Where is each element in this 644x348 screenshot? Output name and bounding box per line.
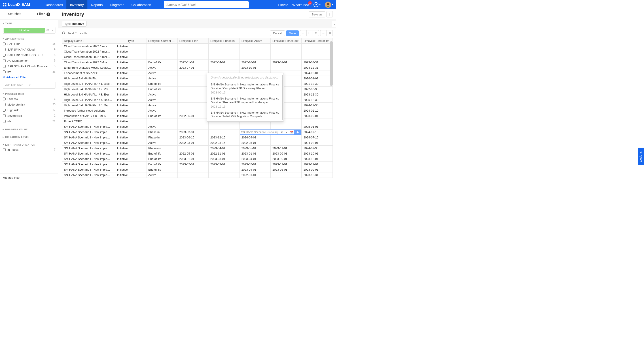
- table-cell[interactable]: [270, 44, 302, 49]
- table-cell[interactable]: High Level S/4 HANA Plan / 4. Rea…: [62, 97, 115, 103]
- cell-editor[interactable]: ✕▾📅◆: [240, 130, 302, 135]
- save-as-button[interactable]: Save as: [309, 12, 325, 18]
- table-row[interactable]: Introduce further cloud solutionsInitiat…: [62, 108, 333, 114]
- table-cell[interactable]: Einführung Digitales Messe-Logist…: [62, 65, 115, 70]
- list-view-button[interactable]: ☰: [320, 30, 326, 36]
- table-cell[interactable]: [240, 49, 270, 54]
- table-cell[interactable]: S/4 HANA Scenario I - New imple…: [62, 172, 115, 178]
- table-cell[interactable]: [208, 49, 240, 54]
- table-row[interactable]: S/4 HANA Scenario I - New imple…Initiati…: [62, 156, 333, 162]
- milestone-button[interactable]: ◆: [294, 130, 301, 134]
- table-row[interactable]: Introduction of SAP SD in EMEAInitiative…: [62, 114, 333, 119]
- clear-button[interactable]: ✕: [279, 130, 284, 134]
- dropdown-toggle[interactable]: ▾: [284, 130, 289, 134]
- type-chip-initiative[interactable]: Initiative: [4, 28, 45, 33]
- table-cell[interactable]: 2023-10-01: [302, 151, 333, 156]
- global-search-input[interactable]: [166, 3, 246, 6]
- advanced-filter-link[interactable]: Advanced Filter: [3, 75, 56, 80]
- table-cell[interactable]: 2023-10-01: [270, 156, 302, 162]
- table-cell[interactable]: Initiative: [115, 156, 146, 162]
- filter-section-erp[interactable]: ▾ERP TRANSFORMATION: [3, 142, 56, 147]
- table-row[interactable]: Project CDPQInitiative: [62, 119, 333, 124]
- table-cell[interactable]: [146, 119, 178, 124]
- table-cell[interactable]: 2023-12-01: [302, 156, 333, 162]
- table-row[interactable]: High Level S/4 HANA Plan / 4. Rea…Initia…: [62, 97, 333, 103]
- table-cell[interactable]: 2024-02-10: [302, 108, 333, 114]
- risk-filter-item[interactable]: High risk17: [3, 107, 56, 113]
- table-cell[interactable]: [270, 54, 302, 60]
- table-cell[interactable]: [240, 54, 270, 60]
- table-cell[interactable]: 2024-09-30: [302, 146, 333, 151]
- risk-filter-item[interactable]: Moderate risk20: [3, 102, 56, 107]
- table-cell[interactable]: 2022-06-30: [302, 86, 333, 92]
- table-cell[interactable]: 2023-03-01: [208, 156, 240, 162]
- table-cell[interactable]: 2023-08-01: [270, 167, 302, 172]
- table-cell[interactable]: Active: [146, 70, 178, 76]
- table-cell[interactable]: Initiative: [115, 103, 146, 108]
- table-cell[interactable]: 2023-09-01: [302, 167, 333, 172]
- table-cell[interactable]: High Level S/4 HANA Plan / 3. Expl…: [62, 92, 115, 97]
- brand-logo[interactable]: LeanIX EAM: [3, 2, 30, 7]
- table-row[interactable]: High Level S/4 HANA Plan / 3. Expl…Initi…: [62, 92, 333, 97]
- table-cell[interactable]: 2023-04-01: [240, 156, 270, 162]
- application-filter-item[interactable]: SAP ERP / SAP FICO SEU5: [3, 52, 56, 58]
- nav-item-diagrams[interactable]: Diagrams: [106, 0, 128, 10]
- table-cell[interactable]: Cloud Transformation 2022 / Mov…: [62, 60, 115, 65]
- table-cell[interactable]: 2023-10-01: [240, 65, 270, 70]
- table-cell[interactable]: 2025-01-01: [302, 124, 333, 130]
- table-cell[interactable]: High Level S/4 HANA Plan / 5. Dep…: [62, 103, 115, 108]
- table-cell[interactable]: Cloud Transformation 2022 / Impr…: [62, 49, 115, 54]
- checkbox[interactable]: [3, 109, 6, 112]
- table-cell[interactable]: [240, 124, 270, 130]
- application-filter-item[interactable]: AC Management5: [3, 58, 56, 64]
- table-cell[interactable]: Initiative: [115, 49, 146, 54]
- table-cell[interactable]: S/4 HANA Scenario I - New imple…: [62, 130, 115, 135]
- table-cell[interactable]: S/4 HANA Scenario I - New imple…: [62, 162, 115, 167]
- inventory-table-wrap[interactable]: Display NameTypeLifecycle: Current LifeL…: [62, 38, 333, 182]
- table-cell[interactable]: Cloud Transformation 2022 / Impr…: [62, 44, 115, 49]
- application-filter-item[interactable]: SAP ERP15: [3, 41, 56, 47]
- table-cell[interactable]: 2024-07-15: [302, 130, 333, 135]
- table-cell[interactable]: S/4 HANA Scenario I - New imple…: [62, 167, 115, 172]
- table-cell[interactable]: 2024-07-15: [302, 135, 333, 140]
- table-cell[interactable]: 2024-02-01: [302, 70, 333, 76]
- checkbox[interactable]: [3, 114, 6, 117]
- global-search[interactable]: [164, 1, 249, 8]
- table-cell[interactable]: [270, 172, 302, 178]
- table-cell[interactable]: 2023-12-30: [302, 92, 333, 97]
- fullscreen-button[interactable]: ⛶: [306, 30, 312, 36]
- table-row[interactable]: S/4 HANA Scenario I - New imple…Initiati…: [62, 172, 333, 178]
- table-cell[interactable]: Initiative: [115, 167, 146, 172]
- table-cell[interactable]: 2022-05-01: [240, 140, 270, 146]
- checkbox[interactable]: [3, 148, 6, 151]
- whats-new-button[interactable]: What's new 1: [292, 3, 310, 7]
- checkbox[interactable]: [3, 120, 6, 123]
- table-cell[interactable]: [302, 49, 333, 54]
- calendar-button[interactable]: 📅: [289, 130, 294, 134]
- nav-item-collaboration[interactable]: Collaboration: [128, 0, 155, 10]
- column-header[interactable]: Display Name: [62, 38, 115, 44]
- table-cell[interactable]: 2022-04-01: [208, 60, 240, 65]
- nav-item-dashboards[interactable]: Dashboards: [41, 0, 66, 10]
- table-cell[interactable]: 2022-06-01: [178, 114, 209, 119]
- table-cell[interactable]: [178, 81, 209, 86]
- table-cell[interactable]: 2024-12-30: [302, 103, 333, 108]
- table-cell[interactable]: [178, 76, 209, 81]
- table-cell[interactable]: 2023-12-01: [302, 162, 333, 167]
- table-cell[interactable]: Initiative: [115, 76, 146, 81]
- table-row[interactable]: S/4 HANA Scenario I - New imple…Initiati…: [62, 124, 333, 130]
- table-cell[interactable]: ✕▾📅◆: [240, 130, 302, 135]
- filter-section-hierarchy[interactable]: ▸HIERARCHY LEVEL: [3, 135, 56, 139]
- table-cell[interactable]: Phase in: [146, 130, 178, 135]
- table-cell[interactable]: [178, 49, 209, 54]
- table-cell[interactable]: Initiative: [115, 146, 146, 151]
- table-cell[interactable]: 2023-03-01: [208, 162, 240, 167]
- table-cell[interactable]: [178, 103, 209, 108]
- table-cell[interactable]: [146, 54, 178, 60]
- table-row[interactable]: S/4 HANA Scenario I - New imple…Initiati…: [62, 140, 333, 146]
- column-header[interactable]: Lifecycle: Plan: [178, 38, 209, 44]
- checkbox[interactable]: [3, 70, 6, 73]
- table-row[interactable]: Einführung Digitales Messe-Logist…Initia…: [62, 65, 333, 70]
- table-row[interactable]: Cloud Transformation 2022 / Impr…Initiat…: [62, 44, 333, 49]
- table-cell[interactable]: Initiative: [115, 135, 146, 140]
